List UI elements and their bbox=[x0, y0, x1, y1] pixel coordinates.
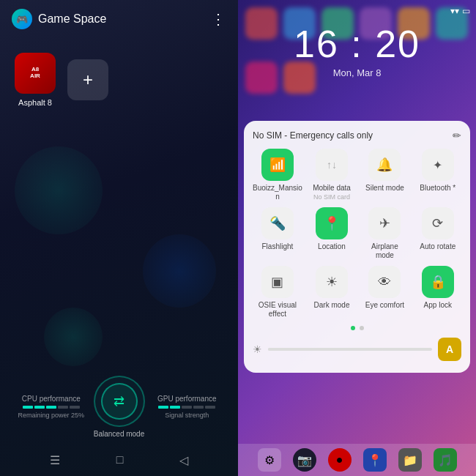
lock-icon: 🔒 bbox=[430, 274, 446, 290]
header-more-icon[interactable]: ⋮ bbox=[211, 10, 226, 28]
game-icons-area: A8AIR Asphalt 8 + bbox=[0, 38, 238, 122]
signal-strength-label: Signal strength bbox=[165, 412, 209, 419]
cpu-label: CPU performance bbox=[22, 395, 81, 403]
mobile-data-icon: ↑↓ bbox=[327, 159, 337, 171]
dock-folder-icon[interactable]: 📁 bbox=[398, 448, 422, 472]
gpu-label: GPU performance bbox=[157, 395, 217, 403]
qs-app-lock[interactable]: 🔒 App lock bbox=[414, 266, 461, 319]
dark-mode-icon-btn: ☀ bbox=[316, 266, 348, 298]
clock-date: Mon, Mar 8 bbox=[238, 67, 476, 78]
mobile-data-icon-btn: ↑↓ bbox=[316, 149, 348, 181]
dock-location-icon[interactable]: 📍 bbox=[363, 448, 387, 472]
clock-time: 16 : 20 bbox=[238, 22, 476, 66]
auto-rotate-label: Auto rotate bbox=[420, 242, 455, 251]
balanced-mode-icon: ⇄ bbox=[114, 393, 124, 409]
asphalt-game-item[interactable]: A8AIR Asphalt 8 bbox=[15, 53, 56, 107]
qs-osie[interactable]: ▣ OSIE visual effect bbox=[253, 266, 302, 319]
qs-bluetooth[interactable]: ✦ Bluetooth * bbox=[414, 149, 461, 201]
right-panel: ▾▾ ▭ 16 : 20 Mon, Mar 8 No SIM - Emergen… bbox=[238, 0, 476, 476]
osie-icon-btn: ▣ bbox=[261, 266, 294, 298]
flashlight-label: Flashlight bbox=[262, 242, 294, 251]
osie-label: OSIE visual effect bbox=[253, 301, 302, 319]
game-space-icon: 🎮 bbox=[12, 9, 32, 29]
center-dial-col: ⇄ Balanced mode bbox=[94, 376, 145, 438]
eye-comfort-label: Eye comfort bbox=[365, 301, 404, 310]
status-bar: ▾▾ ▭ bbox=[450, 6, 470, 16]
dock-settings-icon[interactable]: ⚙ bbox=[258, 448, 281, 472]
wifi-icon-btn: 📶 bbox=[261, 149, 294, 181]
dock-red-icon[interactable]: ● bbox=[328, 448, 352, 472]
quick-settings-card: No SIM - Emergency calls only ✏ 📶 Buoizz… bbox=[244, 121, 470, 373]
qs-header: No SIM - Emergency calls only ✏ bbox=[253, 130, 461, 141]
qs-flashlight[interactable]: 🔦 Flashlight bbox=[253, 207, 302, 260]
qs-airplane-mode[interactable]: ✈ Airplane mode bbox=[361, 207, 408, 260]
eye-icon: 👁 bbox=[378, 275, 391, 290]
brightness-row: ☀ A bbox=[253, 335, 461, 364]
cpu-performance-col: CPU performance Remaining power 25% bbox=[9, 395, 94, 419]
dock-camera-icon[interactable]: 📷 bbox=[293, 448, 316, 472]
dot-1 bbox=[351, 326, 355, 330]
bluetooth-icon: ✦ bbox=[433, 158, 442, 172]
qs-location[interactable]: 📍 Location bbox=[308, 207, 355, 260]
qs-silent-mode[interactable]: 🔔 Silent mode bbox=[361, 149, 408, 201]
gpu-performance-col: GPU performance Signal strength bbox=[145, 395, 230, 419]
mobile-data-label: Mobile dataNo SIM card bbox=[313, 184, 351, 201]
brightness-slider[interactable] bbox=[268, 348, 432, 351]
app-lock-label: App lock bbox=[424, 301, 452, 310]
qs-eye-comfort[interactable]: 👁 Eye comfort bbox=[361, 266, 408, 319]
back-icon[interactable]: ◁ bbox=[179, 453, 188, 467]
silent-mode-icon-btn: 🔔 bbox=[368, 149, 401, 181]
add-game-button[interactable]: + bbox=[67, 59, 108, 100]
dark-mode-label: Dark mode bbox=[314, 301, 350, 310]
gpu-bar bbox=[158, 406, 215, 409]
auto-rotate-icon-btn: ⟳ bbox=[422, 207, 454, 239]
dot-2 bbox=[360, 326, 364, 330]
asphalt-label: Asphalt 8 bbox=[18, 98, 52, 107]
location-label: Location bbox=[318, 242, 346, 251]
silent-mode-label: Silent mode bbox=[365, 184, 404, 193]
eye-comfort-icon-btn: 👁 bbox=[368, 266, 401, 298]
flashlight-icon: 🔦 bbox=[269, 215, 286, 231]
sim-status-text: No SIM - Emergency calls only bbox=[253, 130, 373, 141]
osie-icon: ▣ bbox=[271, 274, 283, 290]
home-icon[interactable]: □ bbox=[116, 453, 124, 466]
bluetooth-icon-btn: ✦ bbox=[422, 149, 454, 181]
bottom-nav-left: ☰ □ ◁ bbox=[0, 444, 238, 476]
battery-icon: ▭ bbox=[462, 6, 470, 16]
location-icon-btn: 📍 bbox=[316, 207, 348, 239]
asphalt-icon: A8AIR bbox=[15, 53, 56, 94]
wifi-icon: 📶 bbox=[269, 157, 286, 173]
qs-pagination bbox=[253, 326, 461, 330]
rotate-icon: ⟳ bbox=[432, 215, 443, 231]
brightness-icon: ☀ bbox=[253, 343, 262, 355]
qs-edit-icon[interactable]: ✏ bbox=[453, 130, 461, 141]
qs-auto-rotate[interactable]: ⟳ Auto rotate bbox=[414, 207, 461, 260]
left-panel: 🎮 Game Space ⋮ A8AIR Asphalt 8 + CPU per… bbox=[0, 0, 238, 476]
cpu-bar bbox=[23, 406, 80, 409]
a-button[interactable]: A bbox=[438, 338, 461, 361]
bluetooth-label: Bluetooth * bbox=[420, 184, 455, 193]
app-lock-icon-btn: 🔒 bbox=[422, 266, 454, 298]
dock-music-icon[interactable]: 🎵 bbox=[434, 448, 457, 472]
airplane-icon: ✈ bbox=[379, 215, 390, 231]
airplane-mode-label: Airplane mode bbox=[361, 242, 408, 260]
qs-wifi[interactable]: 📶 Buoizz_Mansion bbox=[253, 149, 302, 201]
qs-mobile-data[interactable]: ↑↓ Mobile dataNo SIM card bbox=[308, 149, 355, 201]
wifi-label: Buoizz_Mansion bbox=[253, 184, 302, 201]
game-space-title: Game Space bbox=[38, 12, 106, 26]
menu-icon[interactable]: ☰ bbox=[50, 453, 60, 467]
location-icon: 📍 bbox=[324, 215, 340, 231]
airplane-mode-icon-btn: ✈ bbox=[368, 207, 401, 239]
performance-area: CPU performance Remaining power 25% ⇄ Ba… bbox=[0, 370, 238, 444]
balanced-label: Balanced mode bbox=[94, 430, 145, 438]
quick-settings-grid: 📶 Buoizz_Mansion ↑↓ Mobile dataNo SIM ca… bbox=[253, 149, 461, 319]
dark-mode-icon: ☀ bbox=[326, 274, 338, 290]
bottom-dock-right: ⚙ 📷 ● 📍 📁 🎵 bbox=[238, 444, 476, 476]
flashlight-icon-btn: 🔦 bbox=[261, 207, 294, 239]
qs-dark-mode[interactable]: ☀ Dark mode bbox=[308, 266, 355, 319]
brightness-fill bbox=[268, 348, 383, 351]
wifi-status-icon: ▾▾ bbox=[450, 6, 459, 16]
bell-icon: 🔔 bbox=[376, 157, 393, 173]
time-display: 16 : 20 Mon, Mar 8 bbox=[238, 22, 476, 78]
center-dial[interactable]: ⇄ bbox=[94, 376, 145, 427]
